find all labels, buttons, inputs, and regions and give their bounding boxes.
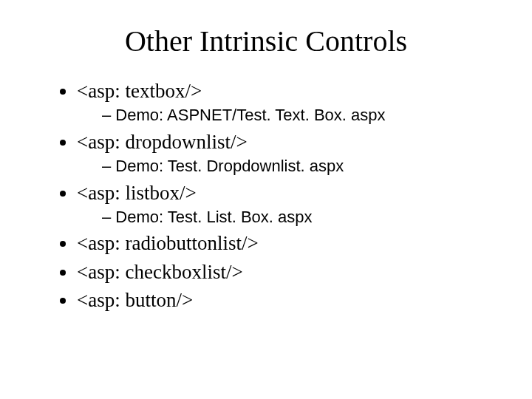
bullet-text: <asp: radiobuttonlist/>	[77, 232, 259, 254]
bullet-text: <asp: checkboxlist/>	[77, 261, 243, 283]
sub-list: Demo: Test. Dropdownlist. aspx	[77, 157, 488, 176]
bullet-text: <asp: listbox/>	[77, 182, 197, 204]
sub-list: Demo: ASPNET/Test. Text. Box. aspx	[77, 106, 488, 125]
sub-list-item: Demo: Test. List. Box. aspx	[102, 208, 488, 227]
bullet-text: <asp: button/>	[77, 289, 193, 311]
list-item: <asp: button/>	[77, 288, 488, 312]
slide-title: Other Intrinsic Controls	[44, 24, 488, 58]
sub-list-item: Demo: ASPNET/Test. Text. Box. aspx	[102, 106, 488, 125]
sub-list-item: Demo: Test. Dropdownlist. aspx	[102, 157, 488, 176]
bullet-text: <asp: dropdownlist/>	[77, 131, 248, 153]
list-item: <asp: checkboxlist/>	[77, 260, 488, 284]
bullet-list: <asp: textbox/> Demo: ASPNET/Test. Text.…	[44, 79, 488, 313]
list-item: <asp: dropdownlist/> Demo: Test. Dropdow…	[77, 130, 488, 177]
bullet-text: <asp: textbox/>	[77, 80, 202, 102]
sub-list: Demo: Test. List. Box. aspx	[77, 208, 488, 227]
list-item: <asp: radiobuttonlist/>	[77, 231, 488, 255]
list-item: <asp: listbox/> Demo: Test. List. Box. a…	[77, 181, 488, 228]
list-item: <asp: textbox/> Demo: ASPNET/Test. Text.…	[77, 79, 488, 126]
slide: Other Intrinsic Controls <asp: textbox/>…	[0, 0, 532, 399]
